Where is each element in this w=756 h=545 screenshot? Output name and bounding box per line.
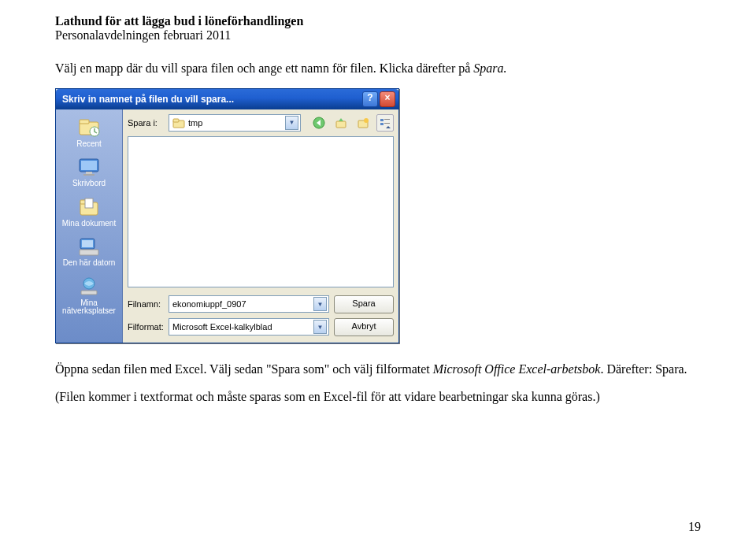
svg-rect-11 — [82, 240, 93, 247]
paragraph-2: Öppna sedan filen med Excel. Välj sedan … — [55, 361, 701, 378]
svg-rect-23 — [380, 123, 384, 125]
paragraph-1-italic: Spara. — [473, 61, 506, 75]
page-number: 19 — [688, 520, 701, 534]
filename-label: Filnamn: — [128, 299, 164, 309]
place-label: Mina dokument — [62, 220, 116, 228]
filename-input[interactable]: ekonomiuppf_0907 ▼ — [169, 295, 329, 313]
new-folder-button[interactable] — [354, 114, 372, 132]
view-menu-button[interactable] — [376, 114, 394, 132]
filename-value: ekonomiuppf_0907 — [172, 299, 246, 309]
lookin-combo[interactable]: tmp ▼ — [169, 114, 301, 132]
svg-point-20 — [364, 118, 369, 123]
place-mydocs[interactable]: Mina dokument — [60, 194, 118, 231]
svg-rect-21 — [380, 119, 384, 121]
paragraph-2-text-a: Öppna sedan filen med Excel. Välj sedan … — [55, 362, 433, 376]
place-network[interactable]: Mina nätverksplatser — [60, 273, 118, 318]
back-button[interactable] — [310, 114, 328, 132]
svg-rect-18 — [336, 121, 346, 128]
paragraph-2-text-c: . Därefter: Spara. — [600, 362, 687, 376]
chevron-down-icon[interactable]: ▼ — [285, 116, 298, 130]
dialog-title: Skriv in namnet på filen du vill spara..… — [62, 94, 234, 105]
svg-rect-5 — [86, 172, 92, 174]
file-listing[interactable] — [128, 136, 394, 287]
paragraph-3: (Filen kommer i textformat och måste spa… — [55, 388, 701, 406]
svg-rect-22 — [384, 119, 390, 120]
svg-rect-14 — [81, 291, 97, 295]
paragraph-2-italic: Microsoft Office Excel-arbetsbok — [433, 362, 601, 376]
lookin-label: Spara i: — [128, 118, 164, 128]
svg-rect-12 — [80, 250, 98, 255]
svg-rect-6 — [83, 174, 94, 176]
place-label: Den här datorn — [63, 259, 116, 268]
desktop-icon — [76, 156, 102, 178]
recent-icon — [76, 117, 102, 139]
dialog-titlebar[interactable]: Skriv in namnet på filen du vill spara..… — [56, 89, 398, 109]
svg-rect-9 — [85, 198, 93, 208]
paragraph-1-text: Välj en mapp där du vill spara filen och… — [55, 61, 473, 75]
place-recent[interactable]: Recent — [60, 114, 118, 151]
svg-rect-4 — [81, 161, 97, 170]
svg-rect-24 — [384, 123, 390, 124]
cancel-button[interactable]: Avbryt — [334, 318, 394, 336]
doc-header-title: Lathund för att lägga bud i löneförhandl… — [55, 14, 701, 28]
chevron-down-icon[interactable]: ▼ — [313, 320, 327, 334]
svg-rect-16 — [173, 119, 179, 122]
folder-icon — [172, 117, 185, 128]
mycomputer-icon — [76, 235, 102, 258]
chevron-down-icon[interactable]: ▼ — [313, 297, 327, 311]
mydocs-icon — [76, 196, 102, 218]
help-button[interactable]: ? — [362, 91, 378, 107]
places-bar: Recent Skrivbord Mina dokument — [56, 109, 123, 343]
doc-header-subtitle: Personalavdelningen februari 2011 — [55, 28, 701, 43]
up-button[interactable] — [332, 114, 350, 132]
filetype-label: Filformat: — [128, 322, 164, 332]
place-label: Mina nätverksplatser — [60, 299, 118, 316]
network-icon — [76, 276, 102, 298]
place-desktop[interactable]: Skrivbord — [60, 154, 118, 191]
place-label: Skrivbord — [72, 180, 106, 188]
lookin-value: tmp — [188, 118, 202, 128]
svg-rect-1 — [80, 120, 89, 124]
close-button[interactable]: × — [380, 91, 395, 107]
filetype-combo[interactable]: Microsoft Excel-kalkylblad ▼ — [169, 318, 329, 336]
save-dialog: Skriv in namnet på filen du vill spara..… — [55, 88, 399, 343]
paragraph-1: Välj en mapp där du vill spara filen och… — [55, 60, 701, 77]
filetype-value: Microsoft Excel-kalkylblad — [172, 322, 272, 332]
place-mycomputer[interactable]: Den här datorn — [60, 233, 118, 270]
place-label: Recent — [76, 140, 102, 149]
save-button[interactable]: Spara — [334, 295, 394, 313]
